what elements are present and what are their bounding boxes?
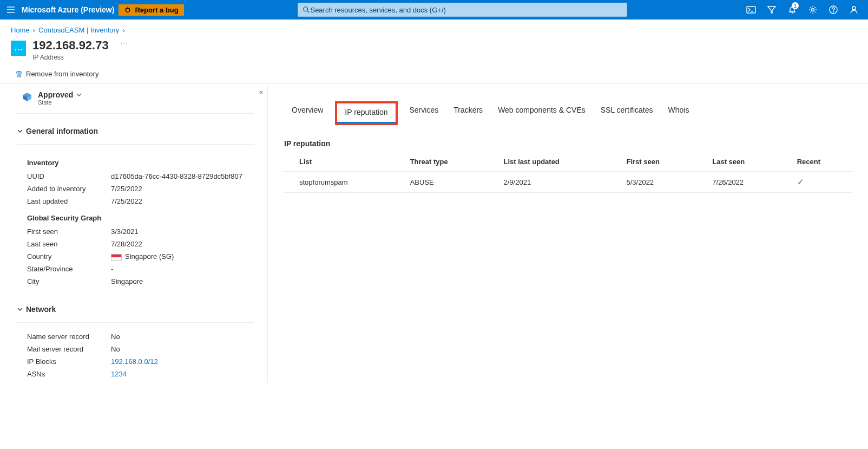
svg-point-23 [21, 49, 22, 50]
th-updated[interactable]: List last updated [489, 152, 611, 172]
svg-marker-13 [768, 6, 775, 13]
subsection-gsg: Global Security Graph [17, 207, 254, 225]
search-wrap [188, 3, 737, 17]
account-icon[interactable] [844, 0, 864, 19]
kv-ns: Name server recordNo [17, 330, 254, 343]
tab-webcomponents[interactable]: Web components & CVEs [490, 101, 593, 125]
th-threat[interactable]: Threat type [395, 152, 489, 172]
cell-updated: 2/9/2021 [489, 172, 611, 193]
cube-icon [22, 92, 32, 102]
svg-point-22 [18, 49, 19, 50]
cell-threat: ABUSE [395, 172, 489, 193]
search-icon [303, 6, 310, 14]
state-dropdown[interactable]: Approved [38, 90, 82, 99]
tab-highlight: IP reputation [335, 101, 397, 125]
kv-country: CountrySingapore (SG) [17, 250, 254, 263]
page-subtitle: IP Address [32, 54, 109, 61]
trash-icon [15, 70, 23, 78]
section-general-info[interactable]: General information [17, 121, 254, 139]
svg-point-9 [304, 7, 308, 11]
table-header-row: List Threat type List last updated First… [284, 152, 852, 172]
svg-point-16 [812, 9, 814, 11]
report-bug-button[interactable]: Report a bug [119, 4, 183, 16]
svg-rect-11 [747, 6, 755, 13]
chevron-down-icon [76, 92, 82, 97]
svg-point-3 [126, 8, 130, 12]
section-network[interactable]: Network [17, 300, 254, 317]
search-input[interactable] [310, 6, 622, 14]
page-title: 192.168.92.73 [32, 38, 109, 53]
tab-whois[interactable]: Whois [660, 101, 696, 125]
svg-line-7 [126, 8, 127, 9]
search-box[interactable] [298, 3, 627, 17]
breadcrumb-home[interactable]: Home [11, 26, 30, 34]
cell-first: 5/3/2022 [611, 172, 698, 193]
settings-icon[interactable] [803, 0, 823, 19]
notifications-icon[interactable]: 1 [782, 0, 802, 19]
state-block: Approved State [0, 84, 267, 111]
cell-last: 7/26/2022 [697, 172, 781, 193]
svg-point-18 [833, 12, 834, 12]
panel-title: IP reputation [284, 139, 852, 148]
kv-city: CitySingapore [17, 275, 254, 288]
breadcrumb-inventory[interactable]: ContosoEASM | Inventory [38, 26, 119, 34]
hamburger-icon[interactable] [4, 3, 17, 16]
right-pane: Overview IP reputation Services Trackers… [268, 84, 868, 383]
breadcrumb-sep: › [122, 26, 124, 34]
kv-asn: ASNs1234 [17, 368, 254, 380]
state-value: Approved [38, 90, 73, 99]
cell-recent: ✓ [782, 172, 852, 193]
report-bug-label: Report a bug [135, 6, 178, 14]
remove-from-inventory-button[interactable]: Remove from inventory [15, 70, 98, 78]
svg-line-8 [129, 8, 130, 9]
page-title-row: 192.168.92.73 IP Address ··· [0, 34, 868, 64]
kv-added: Added to inventory7/25/2022 [17, 183, 254, 195]
kv-first-seen: First seen3/3/2021 [17, 225, 254, 238]
flag-sg-icon [111, 254, 122, 261]
kv-updated: Last updated7/25/2022 [17, 195, 254, 207]
th-list[interactable]: List [284, 152, 395, 172]
kv-last-seen: Last seen7/28/2022 [17, 238, 254, 250]
svg-rect-20 [13, 44, 24, 52]
top-icons: 1 [741, 0, 864, 19]
kv-stateprov: State/Province- [17, 263, 254, 275]
svg-point-19 [852, 6, 856, 10]
left-pane: « Approved State General information [0, 84, 268, 383]
topbar: Microsoft Azure (Preview) Report a bug 1 [0, 0, 868, 19]
chevron-down-icon [17, 307, 23, 312]
notification-badge: 1 [792, 2, 799, 9]
command-bar: Remove from inventory [0, 64, 868, 84]
brand-label[interactable]: Microsoft Azure (Preview) [22, 5, 114, 14]
kv-uuid: UUIDd17605da-76cc-4430-8328-8729dc5bf807 [17, 170, 254, 183]
remove-label: Remove from inventory [26, 70, 98, 78]
tab-ssl[interactable]: SSL certificates [593, 101, 661, 125]
reputation-table: List Threat type List last updated First… [284, 152, 852, 193]
help-icon[interactable] [824, 0, 843, 19]
tab-ip-reputation[interactable]: IP reputation [337, 103, 395, 123]
kv-ipb: IP Blocks192.168.0.0/12 [17, 355, 254, 368]
cloud-shell-icon[interactable] [741, 0, 761, 19]
filter-icon[interactable] [762, 0, 781, 19]
svg-point-21 [15, 49, 16, 50]
more-actions-icon[interactable]: ··· [121, 38, 128, 47]
tabs: Overview IP reputation Services Trackers… [284, 101, 852, 125]
subsection-inventory: Inventory [17, 152, 254, 170]
svg-line-10 [307, 11, 310, 13]
chevron-down-icon [17, 128, 23, 134]
collapse-pane-icon[interactable]: « [259, 88, 263, 96]
resource-icon [11, 41, 26, 56]
tab-trackers[interactable]: Trackers [446, 101, 490, 125]
tab-overview[interactable]: Overview [284, 101, 331, 125]
state-label: State [38, 99, 82, 106]
kv-ms: Mail server recordNo [17, 343, 254, 355]
table-row[interactable]: stopforumspam ABUSE 2/9/2021 5/3/2022 7/… [284, 172, 852, 193]
th-recent[interactable]: Recent [782, 152, 852, 172]
check-icon: ✓ [797, 177, 804, 186]
breadcrumb: Home › ContosoEASM | Inventory › [0, 19, 868, 34]
tab-services[interactable]: Services [402, 101, 446, 125]
th-last[interactable]: Last seen [697, 152, 781, 172]
th-first[interactable]: First seen [611, 152, 698, 172]
cell-list: stopforumspam [284, 172, 395, 193]
breadcrumb-sep: › [33, 26, 35, 34]
